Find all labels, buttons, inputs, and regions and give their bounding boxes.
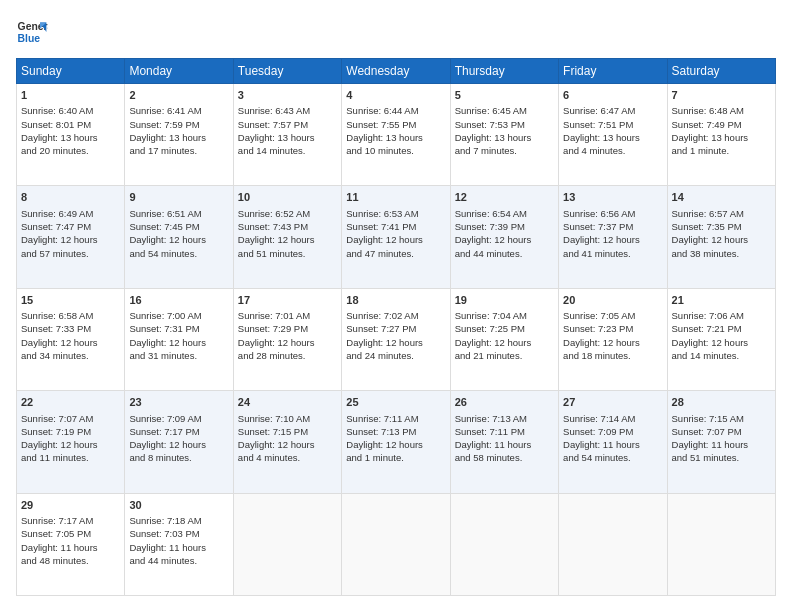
cell-line: Sunset: 7:53 PM bbox=[455, 118, 554, 131]
cell-line: Daylight: 13 hours bbox=[672, 131, 771, 144]
cell-line: and 14 minutes. bbox=[238, 144, 337, 157]
calendar-cell bbox=[559, 493, 667, 595]
day-number: 6 bbox=[563, 88, 662, 103]
cell-line: Sunset: 7:33 PM bbox=[21, 322, 120, 335]
day-number: 25 bbox=[346, 395, 445, 410]
cell-line: Sunrise: 7:09 AM bbox=[129, 412, 228, 425]
day-number: 23 bbox=[129, 395, 228, 410]
cell-line: Daylight: 12 hours bbox=[346, 438, 445, 451]
cell-line: Sunset: 7:15 PM bbox=[238, 425, 337, 438]
cell-line: Sunrise: 6:58 AM bbox=[21, 309, 120, 322]
weekday-header-tuesday: Tuesday bbox=[233, 59, 341, 84]
calendar-cell: 19Sunrise: 7:04 AMSunset: 7:25 PMDayligh… bbox=[450, 288, 558, 390]
cell-line: Daylight: 13 hours bbox=[563, 131, 662, 144]
cell-line: Sunset: 7:43 PM bbox=[238, 220, 337, 233]
cell-line: Sunset: 7:55 PM bbox=[346, 118, 445, 131]
calendar-cell: 23Sunrise: 7:09 AMSunset: 7:17 PMDayligh… bbox=[125, 391, 233, 493]
cell-line: Daylight: 12 hours bbox=[672, 336, 771, 349]
cell-line: Daylight: 12 hours bbox=[129, 233, 228, 246]
week-row-5: 29Sunrise: 7:17 AMSunset: 7:05 PMDayligh… bbox=[17, 493, 776, 595]
cell-line: and 58 minutes. bbox=[455, 451, 554, 464]
cell-line: Sunrise: 7:07 AM bbox=[21, 412, 120, 425]
cell-line: Sunset: 7:39 PM bbox=[455, 220, 554, 233]
cell-line: Daylight: 12 hours bbox=[129, 336, 228, 349]
calendar-cell: 24Sunrise: 7:10 AMSunset: 7:15 PMDayligh… bbox=[233, 391, 341, 493]
cell-line: Daylight: 11 hours bbox=[129, 541, 228, 554]
cell-line: and 44 minutes. bbox=[455, 247, 554, 260]
cell-line: Sunset: 7:29 PM bbox=[238, 322, 337, 335]
calendar-cell: 13Sunrise: 6:56 AMSunset: 7:37 PMDayligh… bbox=[559, 186, 667, 288]
cell-line: and 48 minutes. bbox=[21, 554, 120, 567]
cell-line: and 4 minutes. bbox=[563, 144, 662, 157]
cell-line: Sunset: 7:51 PM bbox=[563, 118, 662, 131]
cell-line: Sunset: 7:59 PM bbox=[129, 118, 228, 131]
cell-line: and 51 minutes. bbox=[238, 247, 337, 260]
cell-line: and 4 minutes. bbox=[238, 451, 337, 464]
day-number: 14 bbox=[672, 190, 771, 205]
cell-line: and 17 minutes. bbox=[129, 144, 228, 157]
cell-line: Sunrise: 7:11 AM bbox=[346, 412, 445, 425]
cell-line: Sunrise: 7:06 AM bbox=[672, 309, 771, 322]
weekday-header-friday: Friday bbox=[559, 59, 667, 84]
calendar-cell bbox=[233, 493, 341, 595]
cell-line: Sunset: 7:03 PM bbox=[129, 527, 228, 540]
cell-line: Daylight: 12 hours bbox=[672, 233, 771, 246]
day-number: 17 bbox=[238, 293, 337, 308]
day-number: 7 bbox=[672, 88, 771, 103]
cell-line: Sunrise: 6:51 AM bbox=[129, 207, 228, 220]
calendar-cell: 1Sunrise: 6:40 AMSunset: 8:01 PMDaylight… bbox=[17, 84, 125, 186]
cell-line: Daylight: 11 hours bbox=[21, 541, 120, 554]
day-number: 13 bbox=[563, 190, 662, 205]
cell-line: Sunset: 7:09 PM bbox=[563, 425, 662, 438]
day-number: 2 bbox=[129, 88, 228, 103]
cell-line: Daylight: 13 hours bbox=[455, 131, 554, 144]
cell-line: Sunrise: 6:41 AM bbox=[129, 104, 228, 117]
cell-line: and 38 minutes. bbox=[672, 247, 771, 260]
cell-line: Sunrise: 6:49 AM bbox=[21, 207, 120, 220]
cell-line: Sunrise: 7:13 AM bbox=[455, 412, 554, 425]
day-number: 19 bbox=[455, 293, 554, 308]
cell-line: Sunrise: 6:48 AM bbox=[672, 104, 771, 117]
calendar-cell: 18Sunrise: 7:02 AMSunset: 7:27 PMDayligh… bbox=[342, 288, 450, 390]
week-row-4: 22Sunrise: 7:07 AMSunset: 7:19 PMDayligh… bbox=[17, 391, 776, 493]
cell-line: Daylight: 13 hours bbox=[346, 131, 445, 144]
cell-line: Daylight: 12 hours bbox=[238, 336, 337, 349]
calendar-cell bbox=[342, 493, 450, 595]
cell-line: and 44 minutes. bbox=[129, 554, 228, 567]
cell-line: Sunset: 7:49 PM bbox=[672, 118, 771, 131]
cell-line: Sunrise: 7:00 AM bbox=[129, 309, 228, 322]
cell-line: Sunset: 7:45 PM bbox=[129, 220, 228, 233]
cell-line: Sunrise: 7:14 AM bbox=[563, 412, 662, 425]
day-number: 24 bbox=[238, 395, 337, 410]
cell-line: Sunrise: 6:53 AM bbox=[346, 207, 445, 220]
cell-line: and 28 minutes. bbox=[238, 349, 337, 362]
cell-line: Sunrise: 6:44 AM bbox=[346, 104, 445, 117]
day-number: 9 bbox=[129, 190, 228, 205]
cell-line: Sunrise: 7:04 AM bbox=[455, 309, 554, 322]
calendar-cell: 10Sunrise: 6:52 AMSunset: 7:43 PMDayligh… bbox=[233, 186, 341, 288]
calendar-cell: 28Sunrise: 7:15 AMSunset: 7:07 PMDayligh… bbox=[667, 391, 775, 493]
cell-line: Sunrise: 6:57 AM bbox=[672, 207, 771, 220]
week-row-1: 1Sunrise: 6:40 AMSunset: 8:01 PMDaylight… bbox=[17, 84, 776, 186]
calendar-cell: 16Sunrise: 7:00 AMSunset: 7:31 PMDayligh… bbox=[125, 288, 233, 390]
cell-line: and 21 minutes. bbox=[455, 349, 554, 362]
cell-line: Daylight: 12 hours bbox=[346, 336, 445, 349]
cell-line: Daylight: 13 hours bbox=[129, 131, 228, 144]
cell-line: Sunset: 7:47 PM bbox=[21, 220, 120, 233]
cell-line: and 54 minutes. bbox=[563, 451, 662, 464]
cell-line: Sunset: 7:17 PM bbox=[129, 425, 228, 438]
day-number: 10 bbox=[238, 190, 337, 205]
calendar-cell: 11Sunrise: 6:53 AMSunset: 7:41 PMDayligh… bbox=[342, 186, 450, 288]
cell-line: and 8 minutes. bbox=[129, 451, 228, 464]
calendar-cell: 20Sunrise: 7:05 AMSunset: 7:23 PMDayligh… bbox=[559, 288, 667, 390]
cell-line: Sunrise: 6:45 AM bbox=[455, 104, 554, 117]
calendar-cell: 30Sunrise: 7:18 AMSunset: 7:03 PMDayligh… bbox=[125, 493, 233, 595]
cell-line: Sunset: 7:21 PM bbox=[672, 322, 771, 335]
weekday-header-sunday: Sunday bbox=[17, 59, 125, 84]
cell-line: and 14 minutes. bbox=[672, 349, 771, 362]
cell-line: Daylight: 11 hours bbox=[455, 438, 554, 451]
week-row-2: 8Sunrise: 6:49 AMSunset: 7:47 PMDaylight… bbox=[17, 186, 776, 288]
logo-icon: General Blue bbox=[16, 16, 48, 48]
calendar-cell: 12Sunrise: 6:54 AMSunset: 7:39 PMDayligh… bbox=[450, 186, 558, 288]
cell-line: Sunset: 7:05 PM bbox=[21, 527, 120, 540]
